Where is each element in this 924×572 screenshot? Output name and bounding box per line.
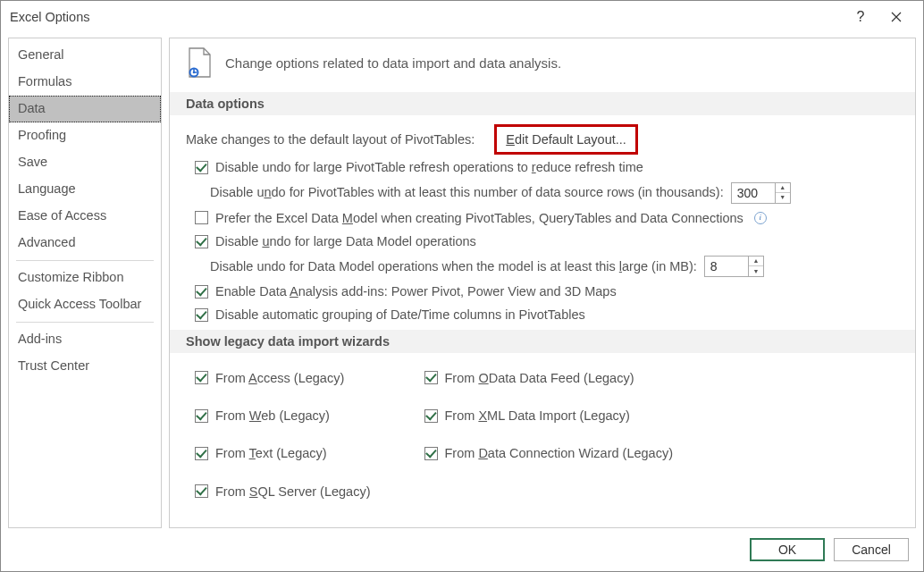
chk-legacy-access[interactable]: From Access (Legacy) (195, 369, 371, 387)
spin-down-icon[interactable]: ▼ (749, 266, 763, 276)
info-icon[interactable]: i (754, 212, 767, 224)
sidebar-item-general[interactable]: General (9, 42, 161, 69)
section-data-options: Data options (170, 92, 915, 115)
sidebar-item-ease-of-access[interactable]: Ease of Access (9, 203, 161, 230)
chk-enable-data-analysis-addins[interactable]: Enable Data Analysis add-ins: Power Pivo… (195, 282, 899, 300)
help-button[interactable]: ? (843, 1, 878, 32)
checkbox-icon[interactable] (195, 484, 208, 498)
sidebar-item-save[interactable]: Save (9, 149, 161, 176)
pivot-layout-row: Make changes to the default layout of Pi… (186, 126, 899, 153)
checkbox-icon[interactable] (424, 371, 438, 384)
spin-up-icon[interactable]: ▲ (749, 257, 763, 266)
sidebar-item-advanced[interactable]: Advanced (9, 230, 161, 257)
data-page-icon (186, 47, 213, 78)
section-legacy-wizards: Show legacy data import wizards (170, 330, 915, 353)
window-title: Excel Options (10, 10, 843, 24)
dialog-footer: OK Cancel (1, 528, 923, 571)
chk-legacy-odata[interactable]: From OData Data Feed (Legacy) (424, 369, 673, 387)
cancel-button[interactable]: Cancel (834, 538, 909, 561)
chk-legacy-data-connection-wizard[interactable]: From Data Connection Wizard (Legacy) (424, 444, 673, 462)
sidebar-item-formulas[interactable]: Formulas (9, 69, 161, 96)
checkbox-icon[interactable] (195, 161, 208, 174)
spin-rows-thousands[interactable]: ▲▼ (731, 182, 791, 204)
chk-prefer-data-model[interactable]: Prefer the Excel Data Model when creatin… (195, 209, 899, 227)
checkbox-icon[interactable] (424, 447, 438, 460)
chk-legacy-text[interactable]: From Text (Legacy) (195, 444, 371, 462)
checkbox-icon[interactable] (195, 409, 208, 423)
spin-mb-input[interactable] (705, 259, 748, 273)
category-sidebar: General Formulas Data Proofing Save Lang… (8, 38, 162, 528)
checkbox-icon[interactable] (195, 235, 208, 248)
sidebar-item-language[interactable]: Language (9, 176, 161, 203)
content-panel: Change options related to data import an… (169, 38, 916, 528)
pivot-layout-label: Make changes to the default layout of Pi… (186, 130, 475, 148)
spin-down-icon[interactable]: ▼ (776, 193, 790, 203)
row-disable-undo-rows: Disable undo for PivotTables with at lea… (210, 182, 899, 204)
checkbox-icon[interactable] (195, 308, 208, 322)
sidebar-item-trust-center[interactable]: Trust Center (9, 353, 161, 380)
chk-legacy-xml[interactable]: From XML Data Import (Legacy) (424, 407, 673, 425)
svg-point-1 (193, 72, 196, 74)
edit-default-layout-button[interactable]: Edit Default Layout... (496, 126, 636, 153)
chk-legacy-web[interactable]: From Web (Legacy) (195, 407, 371, 425)
spin-up-icon[interactable]: ▲ (776, 183, 790, 193)
chk-disable-undo-pivot-refresh[interactable]: Disable undo for large PivotTable refres… (195, 158, 899, 176)
chk-legacy-sql-server[interactable]: From SQL Server (Legacy) (195, 483, 371, 500)
checkbox-icon[interactable] (195, 447, 208, 460)
close-button[interactable] (878, 1, 914, 32)
excel-options-dialog: Excel Options ? General Formulas Data Pr… (0, 0, 924, 572)
checkbox-icon[interactable] (195, 211, 208, 224)
page-subtitle: Change options related to data import an… (225, 55, 561, 71)
checkbox-icon[interactable] (195, 371, 208, 384)
ok-button[interactable]: OK (750, 538, 825, 561)
sidebar-item-customize-ribbon[interactable]: Customize Ribbon (9, 265, 161, 291)
chk-disable-undo-data-model[interactable]: Disable undo for large Data Model operat… (195, 232, 899, 250)
spin-model-mb[interactable]: ▲▼ (704, 256, 764, 277)
titlebar: Excel Options ? (1, 1, 923, 32)
spin-rows-input[interactable] (732, 186, 775, 200)
checkbox-icon[interactable] (195, 285, 208, 299)
sidebar-item-proofing[interactable]: Proofing (9, 122, 161, 149)
sidebar-separator (16, 322, 154, 323)
checkbox-icon[interactable] (424, 409, 438, 423)
sidebar-item-add-ins[interactable]: Add-ins (9, 326, 161, 353)
row-disable-undo-mb: Disable undo for Data Model operations w… (210, 256, 899, 277)
sidebar-separator (16, 260, 154, 261)
chk-disable-auto-grouping[interactable]: Disable automatic grouping of Date/Time … (195, 306, 899, 324)
sidebar-item-data[interactable]: Data (9, 96, 161, 122)
sidebar-item-quick-access-toolbar[interactable]: Quick Access Toolbar (9, 291, 161, 318)
